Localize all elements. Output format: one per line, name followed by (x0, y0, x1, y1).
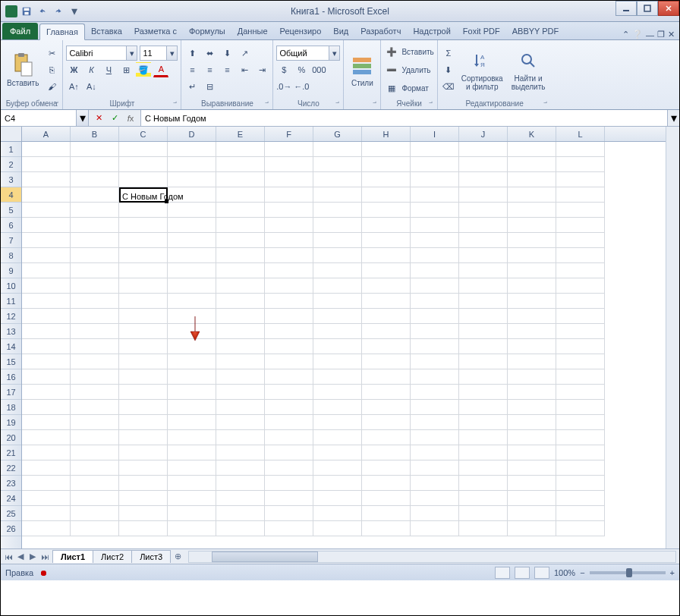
macro-record-icon[interactable]: ⏺ (39, 568, 48, 577)
cell[interactable] (508, 385, 556, 400)
cell[interactable] (313, 142, 362, 157)
border-icon[interactable]: ⊞ (118, 62, 134, 77)
cell[interactable] (216, 400, 265, 415)
align-center-icon[interactable]: ≡ (202, 62, 217, 77)
cell[interactable] (459, 172, 508, 187)
cell[interactable] (216, 339, 265, 354)
cell[interactable] (265, 278, 313, 294)
cell[interactable] (168, 385, 216, 400)
cell[interactable] (508, 248, 556, 263)
cell[interactable] (216, 142, 265, 157)
tab-home[interactable]: Главная (39, 24, 85, 40)
cancel-formula-icon[interactable]: ✕ (91, 112, 106, 125)
cell[interactable] (459, 233, 508, 248)
cell[interactable] (508, 476, 556, 491)
row-header[interactable]: 15 (1, 354, 21, 369)
zoom-slider[interactable] (590, 571, 666, 574)
cell[interactable] (556, 294, 605, 309)
cell[interactable] (168, 309, 216, 324)
view-normal-icon[interactable] (495, 567, 510, 579)
percent-icon[interactable]: % (294, 62, 309, 77)
cell[interactable] (216, 430, 265, 445)
cell[interactable] (265, 521, 313, 536)
formula-expand-icon[interactable]: ▾ (667, 110, 679, 126)
align-top-icon[interactable]: ⬆ (184, 46, 200, 61)
cell[interactable] (71, 415, 119, 430)
file-tab[interactable]: Файл (2, 23, 38, 39)
cell[interactable] (71, 233, 119, 248)
cell[interactable] (411, 476, 459, 491)
cell[interactable] (508, 187, 556, 203)
autosum-icon[interactable]: Σ (441, 46, 456, 61)
cell[interactable] (411, 339, 459, 354)
cell[interactable] (71, 476, 119, 491)
cell[interactable] (216, 233, 265, 248)
cell[interactable] (556, 400, 605, 415)
row-header[interactable]: 16 (1, 369, 21, 385)
cell[interactable] (119, 369, 168, 385)
cell[interactable] (362, 142, 411, 157)
row-header[interactable]: 3 (1, 172, 21, 187)
column-header[interactable]: I (411, 127, 459, 141)
cell[interactable] (119, 385, 168, 400)
cell[interactable] (459, 415, 508, 430)
cell[interactable] (556, 430, 605, 445)
cell[interactable] (556, 309, 605, 324)
cell[interactable] (508, 263, 556, 278)
cell[interactable] (411, 248, 459, 263)
row-header[interactable]: 2 (1, 157, 21, 172)
name-box[interactable]: C4 (1, 110, 77, 126)
cell[interactable] (508, 369, 556, 385)
cell[interactable] (265, 187, 313, 203)
cell[interactable] (265, 369, 313, 385)
cell[interactable] (22, 460, 71, 476)
name-box-dropdown[interactable]: ▾ (77, 110, 89, 126)
cell[interactable] (216, 445, 265, 460)
cell[interactable] (119, 400, 168, 415)
cell[interactable] (119, 294, 168, 309)
cell[interactable] (556, 445, 605, 460)
cell[interactable] (265, 324, 313, 339)
cell[interactable] (313, 278, 362, 294)
cell[interactable] (22, 278, 71, 294)
cell[interactable] (362, 203, 411, 218)
cell[interactable] (411, 157, 459, 172)
tab-formulas[interactable]: Формулы (183, 23, 231, 39)
cell[interactable] (168, 142, 216, 157)
row-header[interactable]: 21 (1, 445, 21, 460)
cell[interactable] (216, 294, 265, 309)
cell[interactable] (168, 278, 216, 294)
cell[interactable] (265, 430, 313, 445)
cell[interactable] (459, 430, 508, 445)
cell[interactable] (22, 172, 71, 187)
align-left-icon[interactable]: ≡ (184, 62, 200, 77)
bold-icon[interactable]: Ж (66, 62, 81, 77)
sort-filter-button[interactable]: AЯ Сортировка и фильтр (458, 47, 506, 93)
italic-icon[interactable]: К (83, 62, 99, 77)
row-header[interactable]: 8 (1, 248, 21, 263)
cell[interactable] (362, 339, 411, 354)
cell[interactable] (22, 445, 71, 460)
chevron-down-icon[interactable]: ▾ (329, 46, 340, 61)
cell[interactable] (168, 339, 216, 354)
view-pagebreak-icon[interactable] (534, 567, 549, 579)
cell[interactable] (362, 294, 411, 309)
cell[interactable] (22, 385, 71, 400)
cell[interactable] (265, 157, 313, 172)
cell[interactable] (556, 157, 605, 172)
wrap-text-icon[interactable]: ↵ (184, 79, 200, 94)
cell[interactable] (119, 172, 168, 187)
cell[interactable] (411, 218, 459, 233)
tab-addins[interactable]: Надстрой (407, 23, 456, 39)
cell[interactable] (265, 491, 313, 506)
cell[interactable] (556, 369, 605, 385)
cell[interactable] (313, 263, 362, 278)
cell[interactable] (362, 263, 411, 278)
cell[interactable] (119, 309, 168, 324)
cell[interactable] (119, 430, 168, 445)
cell[interactable] (216, 203, 265, 218)
cell[interactable] (71, 142, 119, 157)
cell[interactable] (71, 460, 119, 476)
cell[interactable] (168, 172, 216, 187)
currency-icon[interactable]: $ (276, 62, 291, 77)
